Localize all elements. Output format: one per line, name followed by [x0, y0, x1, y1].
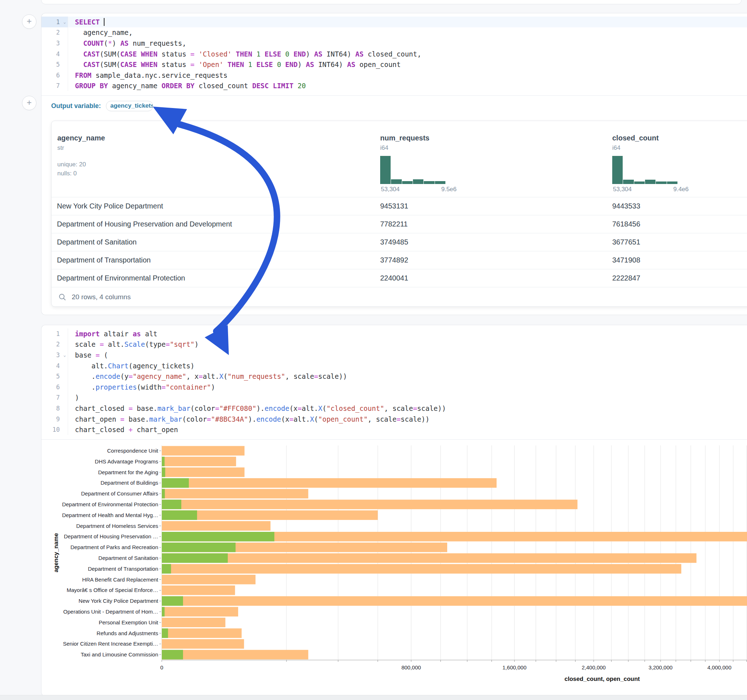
cell-closed-count: 3677651 — [611, 238, 747, 246]
code-line[interactable]: 3⌄base = ( — [41, 350, 747, 361]
code-text[interactable]: chart_closed + chart_open — [68, 425, 178, 433]
code-line[interactable]: 8chart_closed = base.mark_bar(color="#FF… — [41, 403, 747, 414]
open-count-bar — [162, 543, 236, 552]
line-number: 5 — [41, 371, 68, 382]
histogram-bar — [645, 180, 656, 184]
line-number: 8 — [41, 403, 68, 414]
histogram-min-label: 53,304 — [613, 186, 632, 193]
row-column-count: 20 rows, 4 columns — [72, 293, 131, 301]
code-line[interactable]: 6FROM sample_data.nyc.service_requests — [41, 70, 747, 81]
code-line[interactable]: 1⌄SELECT — [41, 17, 747, 27]
code-line[interactable]: 7) — [41, 392, 747, 403]
open-count-bar — [162, 510, 197, 520]
open-count-bar — [162, 478, 189, 488]
search-icon[interactable] — [58, 293, 66, 301]
line-number: 9 — [41, 414, 68, 424]
closed-count-bar — [162, 457, 236, 466]
code-line[interactable]: 2scale = alt.Scale(type="sqrt") — [41, 339, 747, 350]
stat-unique: unique: 20 — [57, 160, 379, 169]
line-number: 6 — [41, 70, 68, 81]
open-count-bar — [162, 650, 183, 660]
y-axis-label: Department of Parks and Recreation — [71, 544, 158, 550]
code-text[interactable]: alt.Chart(agency_tickets) — [68, 362, 195, 370]
altair-bar-chart: Correspondence UnitDHS Advantage Program… — [41, 443, 747, 695]
line-number: 1 — [41, 328, 68, 339]
code-line[interactable]: 4 alt.Chart(agency_tickets) — [41, 361, 747, 371]
collapse-chevron-icon[interactable]: ⌄ — [64, 20, 66, 24]
code-text[interactable]: CAST(SUM(CASE WHEN status = 'Open' THEN … — [68, 60, 401, 68]
code-line[interactable]: 1import altair as alt — [41, 328, 747, 339]
code-text[interactable]: SELECT — [68, 18, 104, 26]
histogram-bar — [667, 181, 678, 184]
code-text[interactable]: import altair as alt — [68, 330, 157, 338]
closed-count-bar — [162, 468, 245, 477]
y-axis-title: agency_name — [53, 533, 59, 572]
code-text[interactable]: ) — [68, 394, 79, 401]
column-header-num-requests[interactable]: num_requests i64 53,304 9.5e6 — [379, 134, 611, 197]
code-text[interactable]: scale = alt.Scale(type="sqrt") — [68, 340, 198, 348]
open-count-bar — [162, 596, 183, 606]
x-axis-tick-label: 3,200,000 — [649, 664, 673, 670]
closed-count-bar — [162, 617, 225, 627]
y-axis-label: DHS Advantage Programs — [95, 459, 158, 465]
code-line[interactable]: 9chart_open = base.mark_bar(color="#8BC3… — [41, 414, 747, 424]
column-header-agency-name[interactable]: agency_name str unique: 20 nulls: 0 — [51, 134, 379, 197]
y-axis-label: Department of Homeless Services — [76, 522, 158, 529]
line-number: 7 — [41, 81, 68, 92]
code-line[interactable]: 5 .encode(y="agency_name", x=alt.X("num_… — [41, 371, 747, 382]
y-axis-label: Department for the Aging — [98, 469, 158, 475]
cell-closed-count: 7618456 — [611, 220, 747, 228]
code-text[interactable]: COUNT(*) AS num_requests, — [68, 39, 186, 47]
code-text[interactable]: .properties(width="container") — [68, 383, 215, 391]
code-text[interactable]: base = ( — [68, 351, 108, 359]
code-text[interactable]: GROUP BY agency_name ORDER BY closed_cou… — [68, 82, 306, 90]
result-table-card: agency_name str unique: 20 nulls: 0 num_… — [51, 121, 747, 307]
python-editor[interactable]: 1import altair as alt2scale = alt.Scale(… — [41, 325, 747, 439]
table-row[interactable]: Department of Transportation377489234719… — [51, 251, 747, 269]
y-axis-label: Department of Environmental Protection — [62, 501, 158, 507]
python-cell-card: 1import altair as alt2scale = alt.Scale(… — [41, 325, 747, 696]
closed-count-bar — [162, 521, 271, 531]
table-row[interactable]: New York City Police Department945313194… — [51, 197, 747, 215]
code-line[interactable]: 10chart_closed + chart_open — [41, 424, 747, 435]
code-text[interactable]: agency_name, — [68, 29, 133, 36]
line-number: 2 — [41, 339, 68, 350]
y-axis-label: New York City Police Department — [79, 598, 159, 604]
output-variable-pill[interactable]: agency_tickets — [106, 101, 153, 111]
page-bottom-strip — [0, 695, 747, 700]
code-line[interactable]: 4 CAST(SUM(CASE WHEN status = 'Closed' T… — [41, 48, 747, 59]
table-row[interactable]: Department of Environmental Protection22… — [51, 269, 747, 287]
open-count-bar — [162, 457, 165, 466]
cell-closed-count: 2222847 — [611, 274, 747, 282]
cell-num-requests: 7782211 — [379, 220, 611, 228]
closed-count-bar — [162, 500, 578, 510]
add-cell-button-output[interactable]: + — [22, 96, 36, 110]
code-text[interactable]: .encode(y="agency_name", x=alt.X("num_re… — [68, 372, 347, 380]
cell-closed-count: 3471908 — [611, 256, 747, 264]
collapse-chevron-icon[interactable]: ⌄ — [64, 353, 66, 358]
code-text[interactable]: FROM sample_data.nyc.service_requests — [68, 71, 227, 79]
table-body: New York City Police Department945313194… — [51, 197, 747, 287]
code-text[interactable]: CAST(SUM(CASE WHEN status = 'Closed' THE… — [68, 50, 421, 58]
add-cell-button-top[interactable]: + — [22, 14, 36, 29]
code-text[interactable]: chart_closed = base.mark_bar(color="#FFC… — [68, 404, 446, 412]
code-line[interactable]: 3 COUNT(*) AS num_requests, — [41, 38, 747, 48]
line-number: 5 — [41, 59, 68, 70]
sql-editor[interactable]: 1⌄SELECT 2 agency_name,3 COUNT(*) AS num… — [41, 13, 747, 95]
table-row[interactable]: Department of Sanitation37494853677651 — [51, 233, 747, 251]
x-axis-tick-label: 0 — [160, 664, 163, 670]
code-line[interactable]: 2 agency_name, — [41, 27, 747, 38]
column-header-closed-count[interactable]: closed_count i64 53,304 9.4e6 — [611, 134, 747, 197]
histogram-bar — [435, 181, 446, 184]
closed-count-bar — [162, 596, 747, 606]
x-axis-tick-label: 4,000,000 — [708, 664, 732, 670]
code-line[interactable]: 7GROUP BY agency_name ORDER BY closed_co… — [41, 81, 747, 92]
y-axis-label: Department of Housing Preservation … — [64, 533, 158, 539]
sql-cell-card: 1⌄SELECT 2 agency_name,3 COUNT(*) AS num… — [41, 13, 747, 315]
table-row[interactable]: Department of Housing Preservation and D… — [51, 215, 747, 233]
code-line[interactable]: 6 .properties(width="container") — [41, 382, 747, 392]
code-text[interactable]: chart_open = base.mark_bar(color="#8BC34… — [68, 415, 429, 423]
closed-count-bar — [162, 639, 244, 649]
code-line[interactable]: 5 CAST(SUM(CASE WHEN status = 'Open' THE… — [41, 59, 747, 70]
closed-count-bar — [162, 478, 496, 488]
